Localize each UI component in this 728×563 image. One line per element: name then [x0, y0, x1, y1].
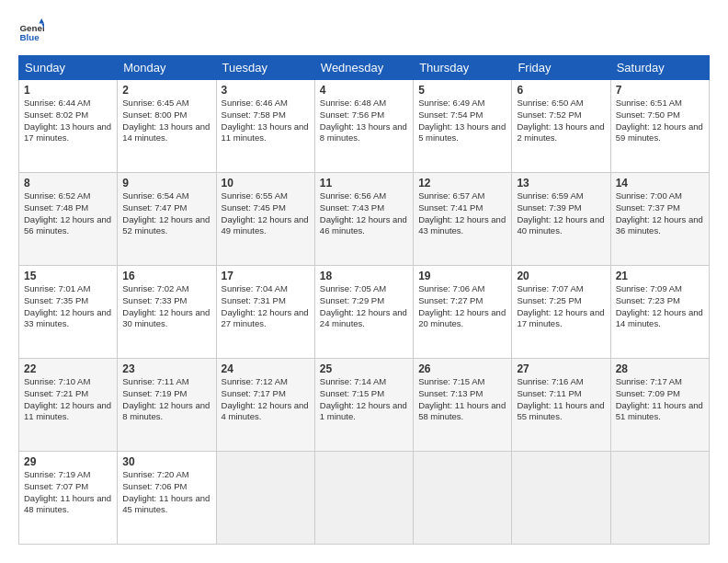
- sunset-label: Sunset: 7:52 PM: [517, 109, 581, 120]
- sunrise-label: Sunrise: 7:12 AM: [222, 376, 288, 386]
- sunrise-label: Sunrise: 6:45 AM: [122, 98, 188, 108]
- daylight-label: Daylight: 13 hours and 5 minutes.: [418, 121, 506, 144]
- calendar-cell: 21 Sunrise: 7:09 AM Sunset: 7:23 PM Dayl…: [610, 266, 709, 359]
- sunset-label: Sunset: 7:21 PM: [24, 388, 88, 398]
- day-number: 6: [517, 84, 605, 97]
- sunset-label: Sunset: 7:37 PM: [616, 202, 680, 213]
- day-number: 4: [320, 84, 408, 97]
- page: General Blue Sunday Monday Tuesday Wedne…: [0, 0, 728, 563]
- calendar-cell: 26 Sunrise: 7:15 AM Sunset: 7:13 PM Dayl…: [414, 359, 512, 452]
- day-number: 24: [222, 362, 310, 375]
- day-info: Sunrise: 7:12 AM Sunset: 7:17 PM Dayligh…: [222, 376, 310, 423]
- day-info: Sunrise: 7:14 AM Sunset: 7:15 PM Dayligh…: [320, 376, 408, 423]
- day-number: 25: [320, 362, 408, 375]
- day-info: Sunrise: 6:52 AM Sunset: 7:48 PM Dayligh…: [24, 190, 112, 237]
- calendar-cell: 17 Sunrise: 7:04 AM Sunset: 7:31 PM Dayl…: [216, 266, 314, 359]
- sunrise-label: Sunrise: 6:51 AM: [616, 98, 682, 108]
- day-number: 18: [320, 270, 408, 282]
- week-row-3: 15 Sunrise: 7:01 AM Sunset: 7:35 PM Dayl…: [19, 266, 710, 359]
- sunset-label: Sunset: 7:58 PM: [222, 109, 286, 120]
- calendar-cell: 5 Sunrise: 6:49 AM Sunset: 7:54 PM Dayli…: [414, 80, 512, 173]
- day-info: Sunrise: 6:46 AM Sunset: 7:58 PM Dayligh…: [222, 98, 310, 144]
- day-info: Sunrise: 6:50 AM Sunset: 7:52 PM Dayligh…: [517, 98, 605, 144]
- sunrise-label: Sunrise: 7:10 AM: [24, 376, 90, 386]
- daylight-label: Daylight: 12 hours and 52 minutes.: [122, 214, 210, 236]
- day-info: Sunrise: 7:11 AM Sunset: 7:19 PM Dayligh…: [122, 376, 210, 423]
- daylight-label: Daylight: 12 hours and 40 minutes.: [517, 214, 604, 236]
- daylight-label: Daylight: 12 hours and 30 minutes.: [122, 307, 210, 329]
- sunrise-label: Sunrise: 6:46 AM: [222, 98, 288, 108]
- daylight-label: Daylight: 11 hours and 45 minutes.: [122, 493, 210, 515]
- day-info: Sunrise: 7:07 AM Sunset: 7:25 PM Dayligh…: [517, 283, 605, 330]
- sunrise-label: Sunrise: 7:17 AM: [616, 376, 682, 386]
- calendar-cell: 10 Sunrise: 6:55 AM Sunset: 7:45 PM Dayl…: [216, 173, 314, 266]
- day-number: 10: [222, 177, 310, 190]
- sunrise-label: Sunrise: 6:48 AM: [320, 98, 386, 108]
- day-number: 8: [24, 177, 112, 190]
- week-row-1: 1 Sunrise: 6:44 AM Sunset: 8:02 PM Dayli…: [19, 80, 710, 173]
- calendar-cell: 4 Sunrise: 6:48 AM Sunset: 7:56 PM Dayli…: [314, 80, 413, 173]
- sunrise-label: Sunrise: 6:59 AM: [517, 190, 583, 201]
- daylight-label: Daylight: 11 hours and 51 minutes.: [616, 400, 703, 422]
- day-number: 28: [616, 362, 704, 375]
- sunset-label: Sunset: 7:54 PM: [418, 109, 483, 120]
- day-info: Sunrise: 7:00 AM Sunset: 7:37 PM Dayligh…: [616, 190, 704, 237]
- day-info: Sunrise: 7:05 AM Sunset: 7:29 PM Dayligh…: [320, 283, 408, 330]
- calendar-cell: 28 Sunrise: 7:17 AM Sunset: 7:09 PM Dayl…: [610, 359, 709, 452]
- day-info: Sunrise: 6:56 AM Sunset: 7:43 PM Dayligh…: [320, 190, 408, 237]
- daylight-label: Daylight: 11 hours and 58 minutes.: [418, 400, 506, 422]
- daylight-label: Daylight: 13 hours and 2 minutes.: [517, 121, 604, 144]
- calendar-cell: 30 Sunrise: 7:20 AM Sunset: 7:06 PM Dayl…: [118, 452, 216, 545]
- day-number: 30: [122, 455, 210, 468]
- day-info: Sunrise: 6:57 AM Sunset: 7:41 PM Dayligh…: [418, 190, 506, 237]
- daylight-label: Daylight: 13 hours and 14 minutes.: [122, 121, 210, 144]
- sunrise-label: Sunrise: 7:00 AM: [616, 190, 682, 201]
- calendar-cell: 22 Sunrise: 7:10 AM Sunset: 7:21 PM Dayl…: [19, 359, 118, 452]
- sunset-label: Sunset: 7:47 PM: [122, 202, 187, 213]
- day-number: 15: [24, 270, 112, 282]
- daylight-label: Daylight: 12 hours and 1 minute.: [320, 400, 407, 422]
- svg-marker-2: [39, 18, 44, 24]
- daylight-label: Daylight: 12 hours and 33 minutes.: [24, 307, 111, 329]
- col-tuesday: Tuesday: [216, 56, 314, 80]
- header-row: Sunday Monday Tuesday Wednesday Thursday…: [19, 56, 710, 80]
- calendar-cell: 29 Sunrise: 7:19 AM Sunset: 7:07 PM Dayl…: [19, 452, 118, 545]
- daylight-label: Daylight: 13 hours and 8 minutes.: [320, 121, 407, 144]
- calendar-cell: 7 Sunrise: 6:51 AM Sunset: 7:50 PM Dayli…: [610, 80, 709, 173]
- day-number: 7: [616, 84, 704, 97]
- daylight-label: Daylight: 12 hours and 24 minutes.: [320, 307, 407, 329]
- calendar-cell: 23 Sunrise: 7:11 AM Sunset: 7:19 PM Dayl…: [118, 359, 216, 452]
- day-number: 1: [24, 84, 112, 97]
- day-number: 17: [222, 270, 310, 282]
- sunrise-label: Sunrise: 7:06 AM: [418, 283, 484, 293]
- daylight-label: Daylight: 12 hours and 17 minutes.: [517, 307, 604, 329]
- day-number: 27: [517, 362, 605, 375]
- sunset-label: Sunset: 7:41 PM: [418, 202, 483, 213]
- sunset-label: Sunset: 7:09 PM: [616, 388, 680, 398]
- calendar-cell: 6 Sunrise: 6:50 AM Sunset: 7:52 PM Dayli…: [512, 80, 610, 173]
- day-number: 21: [616, 270, 704, 282]
- day-number: 3: [222, 84, 310, 97]
- day-number: 22: [24, 362, 112, 375]
- sunrise-label: Sunrise: 7:16 AM: [517, 376, 583, 386]
- calendar-cell: 14 Sunrise: 7:00 AM Sunset: 7:37 PM Dayl…: [610, 173, 709, 266]
- day-number: 20: [517, 270, 605, 282]
- day-info: Sunrise: 7:17 AM Sunset: 7:09 PM Dayligh…: [616, 376, 704, 423]
- sunset-label: Sunset: 8:02 PM: [24, 109, 88, 120]
- daylight-label: Daylight: 12 hours and 8 minutes.: [122, 400, 210, 422]
- daylight-label: Daylight: 12 hours and 11 minutes.: [24, 400, 111, 422]
- day-info: Sunrise: 7:16 AM Sunset: 7:11 PM Dayligh…: [517, 376, 605, 423]
- sunset-label: Sunset: 7:35 PM: [24, 295, 88, 305]
- day-info: Sunrise: 7:10 AM Sunset: 7:21 PM Dayligh…: [24, 376, 112, 423]
- col-sunday: Sunday: [19, 56, 118, 80]
- calendar-cell: 15 Sunrise: 7:01 AM Sunset: 7:35 PM Dayl…: [19, 266, 118, 359]
- day-number: 12: [418, 177, 506, 190]
- sunset-label: Sunset: 7:27 PM: [418, 295, 483, 305]
- sunset-label: Sunset: 7:06 PM: [122, 481, 187, 491]
- day-info: Sunrise: 7:01 AM Sunset: 7:35 PM Dayligh…: [24, 283, 112, 330]
- daylight-label: Daylight: 11 hours and 48 minutes.: [24, 493, 111, 515]
- sunrise-label: Sunrise: 6:50 AM: [517, 98, 583, 108]
- sunset-label: Sunset: 7:43 PM: [320, 202, 384, 213]
- day-info: Sunrise: 7:06 AM Sunset: 7:27 PM Dayligh…: [418, 283, 506, 330]
- calendar-cell: 24 Sunrise: 7:12 AM Sunset: 7:17 PM Dayl…: [216, 359, 314, 452]
